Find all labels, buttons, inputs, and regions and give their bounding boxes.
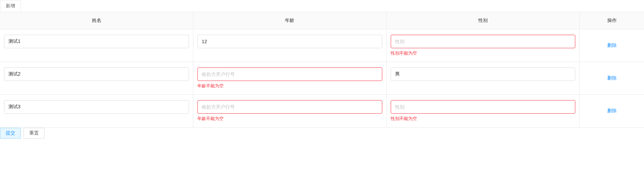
reset-button[interactable]: 重置: [24, 128, 44, 139]
gender-input[interactable]: [391, 35, 576, 48]
table-row: 年龄不能为空删除: [0, 62, 644, 95]
table-row: 性别不能为空删除: [0, 29, 644, 62]
footer-bar: 提交 重置: [0, 128, 644, 139]
gender-error-message: 性别不能为空: [391, 116, 576, 122]
gender-input[interactable]: [391, 100, 576, 114]
column-header-action: 操作: [580, 12, 644, 29]
name-input[interactable]: [4, 35, 189, 48]
data-table: 姓名 年龄 性别 操作 性别不能为空删除年龄不能为空删除年龄不能为空性别不能为空…: [0, 12, 644, 128]
submit-button[interactable]: 提交: [0, 128, 21, 139]
column-header-name: 姓名: [0, 12, 193, 29]
delete-button[interactable]: 删除: [607, 108, 617, 114]
age-error-message: 年龄不能为空: [197, 116, 382, 122]
delete-button[interactable]: 删除: [607, 75, 617, 81]
age-input[interactable]: [197, 67, 382, 81]
add-tab[interactable]: 新增: [0, 0, 21, 12]
delete-button[interactable]: 删除: [607, 42, 617, 49]
gender-error-message: 性别不能为空: [391, 50, 576, 56]
tab-bar: 新增: [0, 0, 644, 12]
name-input[interactable]: [4, 100, 189, 114]
gender-input[interactable]: [391, 67, 576, 81]
name-input[interactable]: [4, 67, 189, 81]
age-error-message: 年龄不能为空: [197, 83, 382, 89]
column-header-age: 年龄: [193, 12, 387, 29]
table-row: 年龄不能为空性别不能为空删除: [0, 95, 644, 127]
age-input[interactable]: [197, 35, 382, 48]
age-input[interactable]: [197, 100, 382, 114]
column-header-gender: 性别: [386, 12, 580, 29]
